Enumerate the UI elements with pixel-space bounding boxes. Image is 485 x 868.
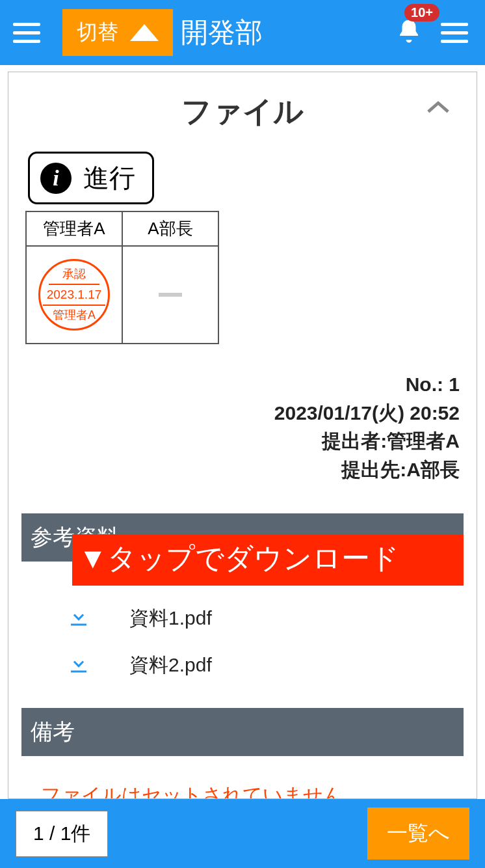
notification-bell[interactable]: 10+ xyxy=(395,16,423,49)
content-header: ファイル xyxy=(21,92,464,132)
content-panel: ファイル i 進行 管理者A A部長 承認 2023.1.17 管理者A xyxy=(8,72,477,799)
info-icon: i xyxy=(40,163,72,194)
status-pill[interactable]: i 進行 xyxy=(28,152,154,204)
download-icon xyxy=(67,651,90,679)
approval-cell-1: 承認 2023.1.17 管理者A xyxy=(26,246,122,344)
file-list: 資料1.pdf 資料2.pdf xyxy=(21,595,464,688)
status-label: 進行 xyxy=(83,160,135,196)
file-name: 資料2.pdf xyxy=(129,652,212,679)
page-count-button[interactable]: 1 / 1件 xyxy=(16,811,108,857)
approval-table: 管理者A A部長 承認 2023.1.17 管理者A xyxy=(25,211,219,344)
download-callout: ▼タップでダウンロード xyxy=(72,534,464,586)
switch-label: 切替 xyxy=(77,18,118,47)
meta-datetime: 2023/01/17(火) 20:52 xyxy=(21,399,460,427)
approval-col-2: A部長 xyxy=(122,211,218,246)
meta-submitter: 提出者:管理者A xyxy=(21,427,460,455)
triangle-up-icon xyxy=(130,24,159,41)
meta-no: No.: 1 xyxy=(21,370,460,399)
section-remarks-header: 備考 xyxy=(21,708,464,756)
file-row[interactable]: 資料1.pdf xyxy=(21,595,464,642)
header-title: 開発部 xyxy=(181,14,395,51)
download-icon xyxy=(67,604,90,632)
meta-info: No.: 1 2023/01/17(火) 20:52 提出者:管理者A 提出先:… xyxy=(21,370,464,483)
notification-badge: 10+ xyxy=(404,4,439,21)
approval-cell-2 xyxy=(122,246,218,344)
approval-col-1: 管理者A xyxy=(26,211,122,246)
switch-button[interactable]: 切替 xyxy=(62,9,173,56)
stamp-line2: 2023.1.17 xyxy=(43,285,105,306)
collapse-toggle[interactable] xyxy=(426,98,451,118)
approval-stamp: 承認 2023.1.17 管理者A xyxy=(38,259,110,331)
top-navbar: 切替 開発部 10+ xyxy=(0,0,485,65)
menu-left-icon[interactable] xyxy=(13,17,44,48)
stamp-line3: 管理者A xyxy=(49,306,99,323)
pending-dash-icon xyxy=(159,293,182,297)
page-title: ファイル xyxy=(181,92,304,132)
file-row[interactable]: 資料2.pdf xyxy=(21,642,464,688)
meta-recipient: 提出先:A部長 xyxy=(21,455,460,484)
file-name: 資料1.pdf xyxy=(129,605,212,632)
chevron-up-icon xyxy=(426,98,451,115)
remarks-body: ファイルはセットされていません xyxy=(21,756,464,799)
menu-right-icon[interactable] xyxy=(441,17,472,48)
stamp-line1: 承認 xyxy=(49,266,99,285)
list-button[interactable]: 一覧へ xyxy=(367,807,469,860)
bottom-navbar: 1 / 1件 一覧へ xyxy=(0,799,485,868)
